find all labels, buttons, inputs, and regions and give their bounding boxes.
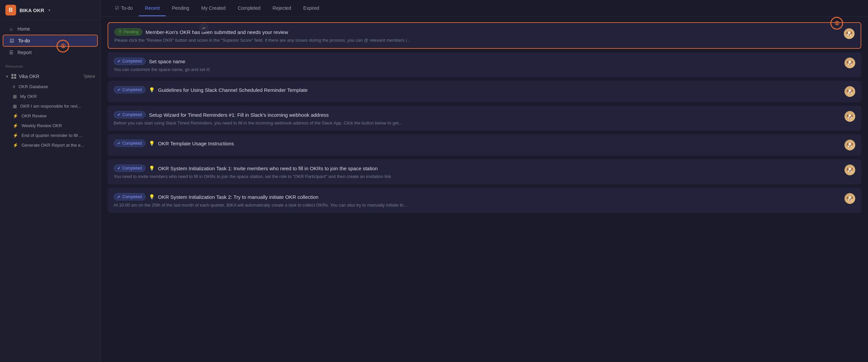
- task-3-status-label: Completed: [122, 87, 142, 92]
- task-4-desc: Before you can start using Slack Timed R…: [114, 120, 416, 126]
- tab-todo[interactable]: ☑ To-do: [109, 1, 139, 16]
- sidebar-item-todo-label: To-do: [18, 38, 30, 44]
- task-5-title: OKR Template Usage Instructions: [158, 141, 234, 146]
- sidebar-item-my-okr[interactable]: ▦ My OKR: [0, 91, 100, 101]
- task-6-status-badge: ✔ Completed: [114, 165, 146, 172]
- collapse-sidebar-button[interactable]: ⇌: [199, 24, 208, 32]
- task-1-avatar-img: 🐶: [844, 28, 855, 39]
- app-name: BIKA OKR: [20, 7, 44, 13]
- task-4-status-badge: ✔ Completed: [114, 111, 146, 118]
- sidebar-item-generate-report-label: Generate OKR Report at the e...: [22, 143, 84, 148]
- sidebar-item-okr-database-label: OKR Database: [19, 84, 48, 89]
- task-5-avatar: 🐶: [844, 140, 855, 150]
- task-2-title: Set space name: [149, 59, 185, 64]
- task-card-6[interactable]: ✔ Completed 💡 OKR System Initialization …: [107, 159, 861, 184]
- tab-my-created[interactable]: My Created: [195, 1, 231, 16]
- annotation-circle-2: ②: [830, 17, 843, 30]
- completed4-icon: ✔: [117, 141, 121, 146]
- task-5-avatar-img: 🐶: [844, 140, 855, 150]
- pending-icon: ⏱: [118, 30, 122, 34]
- task-card-4[interactable]: ✔ Completed Setup Wizard for Timed Remin…: [107, 106, 861, 131]
- resource-badge: 7piece: [83, 74, 95, 79]
- sidebar-item-end-of-quarter[interactable]: ⚡ End of quarter reminder to fill ...: [0, 131, 100, 140]
- task-7-desc: At 10:00 am on the 25th of the last mont…: [114, 202, 416, 207]
- task-3-avatar-img: 🐶: [844, 86, 855, 97]
- report-icon: ☰: [8, 50, 14, 55]
- resource-group-label: Vika OKR: [19, 74, 39, 79]
- task-card-2-left: ✔ Completed Set space name You can custo…: [114, 58, 840, 72]
- task-6-title-row: ✔ Completed 💡 OKR System Initialization …: [114, 165, 840, 172]
- sidebar-item-report[interactable]: ☰ Report: [3, 47, 98, 58]
- sidebar-item-okr-responsible[interactable]: ▦ OKR I am responsible for revi...: [0, 101, 100, 111]
- task-6-status-label: Completed: [122, 166, 142, 171]
- tab-rejected[interactable]: Rejected: [267, 1, 297, 16]
- task-7-title: OKR System Initialization Task 2: Try to…: [158, 194, 318, 200]
- resources-label: Resources: [0, 61, 100, 69]
- task-7-status-badge: ✔ Completed: [114, 193, 146, 200]
- sidebar-item-okr-review-label: OKR Review: [22, 113, 46, 118]
- lightning2-icon: ⚡: [13, 123, 18, 128]
- tab-expired[interactable]: Expired: [297, 1, 325, 16]
- resource-group-left: ▼ Vika OKR: [5, 74, 39, 79]
- task-3-avatar: 🐶: [844, 86, 855, 97]
- task-5-status-label: Completed: [122, 141, 142, 146]
- tab-recent-label: Recent: [145, 5, 160, 11]
- lightbulb4-icon: 💡: [149, 194, 155, 199]
- tab-pending[interactable]: Pending: [166, 1, 195, 16]
- resource-group-vika-okr[interactable]: ▼ Vika OKR 7piece: [0, 71, 100, 82]
- task-card-1[interactable]: ⏱ Pending Member-Kon's OKR has been subm…: [107, 22, 861, 49]
- bars-icon: ▦: [13, 94, 17, 99]
- task-4-title-row: ✔ Completed Setup Wizard for Timed Remin…: [114, 111, 840, 118]
- task-list: ⏱ Pending Member-Kon's OKR has been subm…: [101, 17, 868, 362]
- bars2-icon: ▦: [13, 104, 17, 109]
- task-1-status-label: Pending: [124, 30, 138, 34]
- task-3-title: Guidelines for Using Slack Channel Sched…: [158, 87, 308, 93]
- lightning3-icon: ⚡: [13, 133, 18, 138]
- task-2-status-badge: ✔ Completed: [114, 58, 146, 65]
- sidebar-item-okr-review[interactable]: ⚡ OKR Review: [0, 111, 100, 121]
- tab-pending-label: Pending: [172, 5, 189, 11]
- tab-my-created-label: My Created: [202, 5, 225, 11]
- task-3-status-badge: ✔ Completed: [114, 86, 146, 93]
- tabs-bar: ☑ To-do Recent Pending My Created Comple…: [101, 0, 868, 17]
- sidebar-item-okr-database[interactable]: # OKR Database: [0, 82, 100, 91]
- task-5-status-badge: ✔ Completed: [114, 140, 146, 147]
- sidebar-item-generate-report[interactable]: ⚡ Generate OKR Report at the e...: [0, 140, 100, 150]
- sidebar-item-my-okr-label: My OKR: [20, 94, 37, 99]
- task-6-avatar-img: 🐶: [844, 165, 855, 175]
- app-chevron-icon[interactable]: ▾: [49, 8, 51, 12]
- lightning4-icon: ⚡: [13, 143, 18, 148]
- sidebar-item-weekly-review-label: Weekly Review OKR: [22, 123, 62, 128]
- sidebar-item-weekly-review[interactable]: ⚡ Weekly Review OKR: [0, 121, 100, 131]
- task-1-title: Member-Kon's OKR has been submitted and …: [146, 29, 288, 35]
- tab-rejected-label: Rejected: [273, 5, 291, 11]
- sidebar-item-todo[interactable]: ☑ To-do: [3, 35, 98, 47]
- sidebar-item-home[interactable]: ⌂ Home: [3, 24, 98, 34]
- tab-todo-icon: ☑: [115, 5, 119, 10]
- sidebar-item-end-of-quarter-label: End of quarter reminder to fill ...: [22, 133, 83, 138]
- task-2-desc: You can customize the space name, go and…: [114, 67, 416, 72]
- resources-section: ▼ Vika OKR 7piece # OKR Database ▦ My OK…: [0, 69, 100, 151]
- tab-todo-label: To-do: [121, 5, 133, 11]
- sidebar-nav: ⌂ Home ☑ To-do ☰ Report: [0, 21, 100, 61]
- task-2-status-label: Completed: [122, 59, 142, 63]
- sidebar-item-home-label: Home: [18, 26, 30, 32]
- task-4-avatar: 🐶: [844, 111, 855, 122]
- todo-icon: ☑: [9, 38, 15, 44]
- lightbulb-icon: 💡: [149, 87, 155, 92]
- task-1-avatar: 🐶: [844, 28, 855, 39]
- completed2-icon: ✔: [117, 87, 121, 92]
- lightbulb2-icon: 💡: [149, 141, 155, 146]
- task-1-desc: Please click the "Review OKR" button and…: [114, 38, 417, 43]
- tab-completed[interactable]: Completed: [231, 1, 267, 16]
- task-card-3-left: ✔ Completed 💡 Guidelines for Using Slack…: [114, 86, 840, 95]
- task-card-3[interactable]: ✔ Completed 💡 Guidelines for Using Slack…: [107, 81, 861, 102]
- tab-recent[interactable]: Recent: [139, 1, 166, 16]
- sidebar-item-report-label: Report: [18, 50, 32, 55]
- task-card-5[interactable]: ✔ Completed 💡 OKR Template Usage Instruc…: [107, 134, 861, 156]
- task-7-status-label: Completed: [122, 194, 142, 199]
- tab-expired-label: Expired: [303, 5, 319, 11]
- task-card-6-left: ✔ Completed 💡 OKR System Initialization …: [114, 165, 840, 179]
- task-card-2[interactable]: ✔ Completed Set space name You can custo…: [107, 52, 861, 77]
- task-card-7[interactable]: ✔ Completed 💡 OKR System Initialization …: [107, 188, 861, 213]
